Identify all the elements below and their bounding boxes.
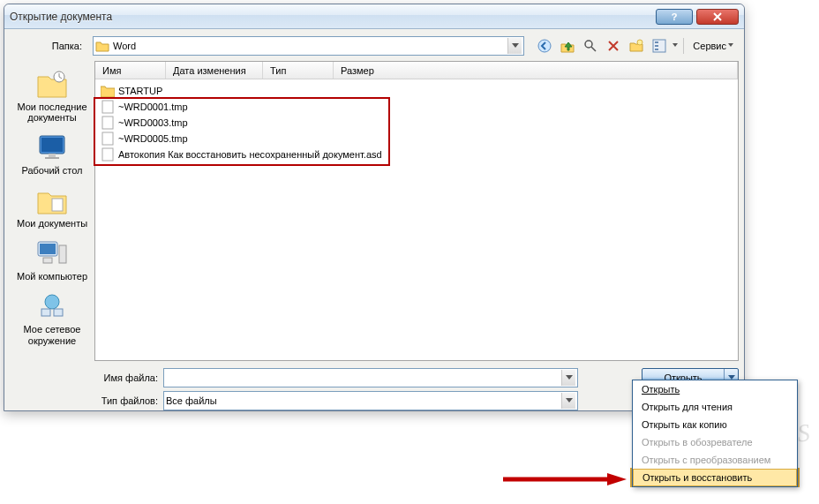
menu-item-open-recover[interactable]: Открыть и восстановить bbox=[633, 469, 797, 486]
folder-value: Word bbox=[113, 41, 507, 51]
help-button[interactable]: ? bbox=[656, 9, 693, 25]
filetype-combo[interactable]: Все файлы bbox=[163, 391, 578, 410]
dialog-body: Папка: Word bbox=[4, 29, 744, 410]
list-item[interactable]: ~WRD0001.tmp bbox=[97, 99, 736, 115]
menu-item-open-transform: Открыть с преобразованием bbox=[633, 451, 797, 469]
filename-label: Имя файла: bbox=[94, 372, 158, 383]
column-headers: Имя Дата изменения Тип Размер bbox=[95, 62, 738, 79]
svg-rect-17 bbox=[43, 258, 52, 263]
list-item[interactable]: ~WRD0003.tmp bbox=[97, 115, 736, 131]
folder-label: Папка: bbox=[11, 41, 87, 51]
open-file-dialog: Открытие документа ? Папка: Word bbox=[4, 4, 745, 411]
svg-point-2 bbox=[585, 41, 592, 48]
toolbar-strip: Сервис bbox=[535, 36, 737, 56]
sidebar-item-label: Мое сетевое окружение bbox=[14, 324, 90, 345]
delete-icon[interactable] bbox=[604, 36, 623, 56]
service-label: Сервис bbox=[693, 41, 726, 51]
col-size[interactable]: Размер bbox=[334, 62, 738, 79]
menu-item-open-readonly[interactable]: Открыть для чтения bbox=[633, 398, 797, 416]
svg-rect-15 bbox=[40, 244, 56, 254]
file-name: STARTUP bbox=[118, 86, 162, 96]
network-icon bbox=[36, 290, 68, 322]
separator bbox=[683, 38, 684, 54]
file-icon bbox=[101, 147, 115, 162]
svg-rect-5 bbox=[655, 41, 658, 43]
svg-point-3 bbox=[637, 40, 642, 45]
file-list[interactable]: STARTUP ~WRD0001.tmp ~WRD0003.tmp ~WRD00… bbox=[95, 79, 738, 360]
views-icon[interactable] bbox=[650, 36, 669, 56]
chevron-down-icon[interactable] bbox=[507, 38, 522, 54]
window-title: Открытие документа bbox=[10, 11, 627, 23]
svg-rect-22 bbox=[102, 117, 113, 129]
places-sidebar: Мои последние документы Рабочий стол Мои… bbox=[10, 61, 94, 361]
chevron-down-icon[interactable] bbox=[561, 393, 575, 409]
up-icon[interactable] bbox=[558, 36, 577, 56]
main-row: Мои последние документы Рабочий стол Мои… bbox=[10, 61, 739, 361]
file-icon bbox=[101, 132, 115, 146]
svg-rect-7 bbox=[655, 49, 658, 50]
file-name: ~WRD0003.tmp bbox=[118, 117, 188, 128]
sidebar-item-mydocs[interactable]: Мои документы bbox=[14, 181, 90, 232]
file-name: ~WRD0005.tmp bbox=[118, 133, 188, 144]
folder-icon bbox=[101, 84, 115, 98]
sidebar-item-desktop[interactable]: Рабочий стол bbox=[14, 128, 90, 179]
chevron-down-icon[interactable] bbox=[672, 43, 678, 49]
titlebar[interactable]: Открытие документа ? bbox=[4, 4, 744, 29]
menu-item-open-browser: Открыть в обозревателе bbox=[633, 433, 797, 451]
search-icon[interactable] bbox=[581, 36, 600, 56]
sidebar-item-label: Рабочий стол bbox=[21, 165, 82, 176]
list-item[interactable]: ~WRD0005.tmp bbox=[97, 131, 736, 147]
file-list-panel: Имя Дата изменения Тип Размер STARTUP ~W… bbox=[94, 61, 739, 361]
service-menu[interactable]: Сервис bbox=[689, 41, 737, 51]
col-type[interactable]: Тип bbox=[263, 62, 334, 79]
svg-rect-23 bbox=[102, 132, 113, 145]
computer-icon bbox=[36, 237, 68, 269]
svg-rect-20 bbox=[54, 309, 63, 316]
svg-text:?: ? bbox=[672, 11, 678, 22]
file-name: Автокопия Как восстановить несохраненный… bbox=[118, 149, 382, 160]
file-icon bbox=[101, 100, 115, 114]
filetype-label: Тип файлов: bbox=[94, 395, 158, 406]
menu-item-open[interactable]: Открыть bbox=[633, 380, 797, 398]
close-button[interactable] bbox=[696, 9, 739, 25]
file-name: ~WRD0001.tmp bbox=[118, 102, 188, 112]
filename-input[interactable] bbox=[163, 368, 578, 387]
annotation-arrow bbox=[503, 473, 627, 485]
sidebar-item-network[interactable]: Мое сетевое окружение bbox=[14, 287, 90, 349]
desktop-icon bbox=[36, 132, 68, 163]
menu-item-open-copy[interactable]: Открыть как копию bbox=[633, 416, 797, 433]
svg-point-18 bbox=[45, 295, 59, 309]
recent-icon bbox=[36, 68, 68, 100]
filetype-value: Все файлы bbox=[166, 395, 561, 406]
list-item[interactable]: STARTUP bbox=[97, 83, 736, 99]
svg-rect-19 bbox=[41, 309, 50, 316]
svg-rect-11 bbox=[49, 154, 56, 157]
file-icon bbox=[101, 116, 115, 130]
svg-point-1 bbox=[538, 40, 551, 52]
bottom-panel: Имя файла: Открыть Тип файлов: Все файлы… bbox=[10, 366, 739, 412]
svg-rect-6 bbox=[655, 45, 658, 47]
col-name[interactable]: Имя bbox=[95, 62, 166, 79]
col-date[interactable]: Дата изменения bbox=[166, 62, 263, 79]
sidebar-item-label: Мои документы bbox=[17, 218, 87, 229]
svg-rect-10 bbox=[41, 138, 63, 152]
new-folder-icon[interactable] bbox=[627, 36, 646, 56]
svg-rect-12 bbox=[45, 157, 59, 159]
mydocs-icon bbox=[36, 184, 68, 216]
folder-combo[interactable]: Word bbox=[93, 36, 524, 56]
back-icon[interactable] bbox=[535, 36, 554, 56]
svg-rect-13 bbox=[52, 199, 63, 211]
svg-rect-16 bbox=[59, 245, 66, 263]
folder-icon bbox=[95, 39, 109, 53]
svg-rect-24 bbox=[102, 148, 113, 161]
svg-rect-21 bbox=[102, 101, 113, 113]
folder-row: Папка: Word bbox=[10, 34, 739, 57]
sidebar-item-recent[interactable]: Мои последние документы bbox=[14, 64, 90, 126]
open-dropdown-menu: Открыть Открыть для чтения Открыть как к… bbox=[632, 380, 798, 487]
chevron-down-icon bbox=[728, 43, 733, 49]
list-item[interactable]: Автокопия Как восстановить несохраненный… bbox=[97, 147, 736, 162]
chevron-down-icon[interactable] bbox=[561, 370, 575, 386]
sidebar-item-computer[interactable]: Мой компьютер bbox=[14, 234, 90, 285]
sidebar-item-label: Мой компьютер bbox=[17, 271, 87, 282]
sidebar-item-label: Мои последние документы bbox=[14, 102, 90, 123]
